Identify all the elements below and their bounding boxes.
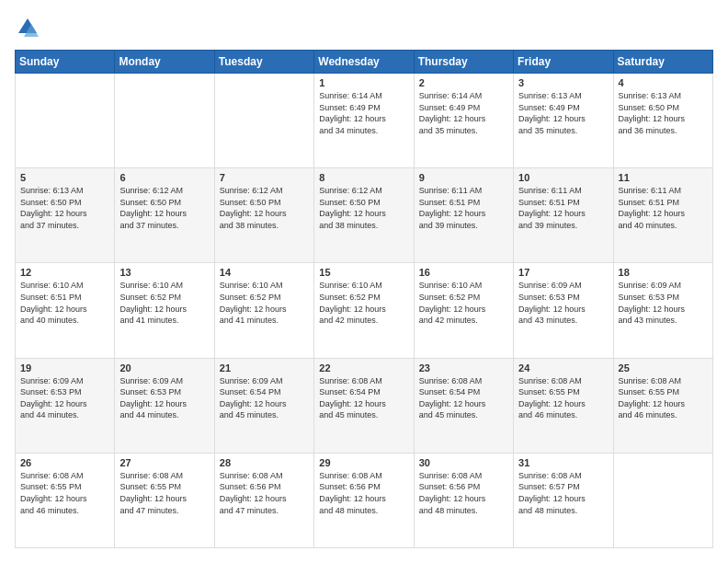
- calendar-cell: 27Sunrise: 6:08 AMSunset: 6:55 PMDayligh…: [115, 453, 214, 547]
- day-info: Sunrise: 6:08 AMSunset: 6:55 PMDaylight:…: [619, 375, 708, 421]
- calendar-cell: 14Sunrise: 6:10 AMSunset: 6:52 PMDayligh…: [214, 263, 313, 358]
- day-number: 1: [319, 77, 408, 88]
- day-number: 30: [419, 457, 508, 468]
- day-header-thursday: Thursday: [414, 51, 513, 74]
- day-info: Sunrise: 6:10 AMSunset: 6:52 PMDaylight:…: [119, 280, 209, 326]
- day-info: Sunrise: 6:13 AMSunset: 6:50 PMDaylight:…: [20, 185, 109, 231]
- calendar-cell: 2Sunrise: 6:14 AMSunset: 6:49 PMDaylight…: [414, 74, 513, 168]
- day-info: Sunrise: 6:08 AMSunset: 6:56 PMDaylight:…: [220, 470, 309, 516]
- day-info: Sunrise: 6:08 AMSunset: 6:54 PMDaylight:…: [319, 375, 408, 421]
- day-number: 28: [220, 457, 309, 468]
- day-info: Sunrise: 6:10 AMSunset: 6:52 PMDaylight:…: [319, 280, 408, 326]
- day-number: 13: [119, 267, 209, 278]
- day-number: 21: [220, 362, 309, 373]
- header: [15, 15, 713, 40]
- day-number: 8: [319, 172, 408, 183]
- day-number: 22: [319, 362, 408, 373]
- day-info: Sunrise: 6:08 AMSunset: 6:55 PMDaylight:…: [518, 375, 608, 421]
- day-number: 16: [419, 267, 508, 278]
- day-info: Sunrise: 6:12 AMSunset: 6:50 PMDaylight:…: [319, 185, 408, 231]
- day-info: Sunrise: 6:08 AMSunset: 6:54 PMDaylight:…: [419, 375, 508, 421]
- day-number: 23: [419, 362, 508, 373]
- calendar-cell: 8Sunrise: 6:12 AMSunset: 6:50 PMDaylight…: [314, 168, 414, 263]
- day-number: 9: [419, 172, 508, 183]
- day-header-saturday: Saturday: [613, 51, 712, 74]
- day-info: Sunrise: 6:09 AMSunset: 6:53 PMDaylight:…: [119, 375, 209, 421]
- calendar-cell: [115, 74, 214, 168]
- calendar-cell: 31Sunrise: 6:08 AMSunset: 6:57 PMDayligh…: [514, 453, 613, 547]
- day-header-tuesday: Tuesday: [214, 51, 313, 74]
- day-header-monday: Monday: [115, 51, 214, 74]
- day-header-friday: Friday: [514, 51, 613, 74]
- logo: [15, 15, 44, 40]
- calendar-cell: 18Sunrise: 6:09 AMSunset: 6:53 PMDayligh…: [613, 263, 712, 358]
- calendar-cell: 28Sunrise: 6:08 AMSunset: 6:56 PMDayligh…: [214, 453, 313, 547]
- day-number: 11: [619, 172, 708, 183]
- calendar-cell: 16Sunrise: 6:10 AMSunset: 6:52 PMDayligh…: [414, 263, 513, 358]
- day-number: 26: [20, 457, 109, 468]
- day-info: Sunrise: 6:10 AMSunset: 6:52 PMDaylight:…: [419, 280, 508, 326]
- day-info: Sunrise: 6:09 AMSunset: 6:53 PMDaylight:…: [619, 280, 708, 326]
- calendar-cell: 9Sunrise: 6:11 AMSunset: 6:51 PMDaylight…: [414, 168, 513, 263]
- day-number: 6: [119, 172, 209, 183]
- logo-icon: [15, 15, 40, 40]
- calendar-cell: [16, 74, 115, 168]
- day-number: 20: [119, 362, 209, 373]
- calendar-cell: 3Sunrise: 6:13 AMSunset: 6:49 PMDaylight…: [514, 74, 613, 168]
- page: SundayMondayTuesdayWednesdayThursdayFrid…: [0, 0, 728, 563]
- calendar-cell: 11Sunrise: 6:11 AMSunset: 6:51 PMDayligh…: [613, 168, 712, 263]
- day-number: 5: [20, 172, 109, 183]
- day-info: Sunrise: 6:09 AMSunset: 6:53 PMDaylight:…: [20, 375, 109, 421]
- day-info: Sunrise: 6:11 AMSunset: 6:51 PMDaylight:…: [518, 185, 608, 231]
- calendar-header-row: SundayMondayTuesdayWednesdayThursdayFrid…: [16, 51, 713, 74]
- day-info: Sunrise: 6:08 AMSunset: 6:56 PMDaylight:…: [319, 470, 408, 516]
- day-number: 3: [518, 77, 608, 88]
- day-number: 25: [619, 362, 708, 373]
- day-number: 29: [319, 457, 408, 468]
- week-row-3: 12Sunrise: 6:10 AMSunset: 6:51 PMDayligh…: [16, 263, 713, 358]
- day-info: Sunrise: 6:12 AMSunset: 6:50 PMDaylight:…: [220, 185, 309, 231]
- calendar-cell: 20Sunrise: 6:09 AMSunset: 6:53 PMDayligh…: [115, 358, 214, 453]
- calendar-cell: 13Sunrise: 6:10 AMSunset: 6:52 PMDayligh…: [115, 263, 214, 358]
- week-row-4: 19Sunrise: 6:09 AMSunset: 6:53 PMDayligh…: [16, 358, 713, 453]
- calendar-cell: [214, 74, 313, 168]
- calendar-cell: 15Sunrise: 6:10 AMSunset: 6:52 PMDayligh…: [314, 263, 414, 358]
- day-info: Sunrise: 6:11 AMSunset: 6:51 PMDaylight:…: [619, 185, 708, 231]
- day-number: 14: [220, 267, 309, 278]
- calendar-cell: 4Sunrise: 6:13 AMSunset: 6:50 PMDaylight…: [613, 74, 712, 168]
- day-number: 24: [518, 362, 608, 373]
- calendar-cell: 23Sunrise: 6:08 AMSunset: 6:54 PMDayligh…: [414, 358, 513, 453]
- day-number: 15: [319, 267, 408, 278]
- day-number: 10: [518, 172, 608, 183]
- calendar-cell: 25Sunrise: 6:08 AMSunset: 6:55 PMDayligh…: [613, 358, 712, 453]
- calendar-table: SundayMondayTuesdayWednesdayThursdayFrid…: [15, 50, 713, 548]
- day-header-sunday: Sunday: [16, 51, 115, 74]
- day-number: 12: [20, 267, 109, 278]
- calendar-cell: 12Sunrise: 6:10 AMSunset: 6:51 PMDayligh…: [16, 263, 115, 358]
- week-row-2: 5Sunrise: 6:13 AMSunset: 6:50 PMDaylight…: [16, 168, 713, 263]
- day-info: Sunrise: 6:08 AMSunset: 6:55 PMDaylight:…: [20, 470, 109, 516]
- day-info: Sunrise: 6:10 AMSunset: 6:51 PMDaylight:…: [20, 280, 109, 326]
- calendar-cell: 26Sunrise: 6:08 AMSunset: 6:55 PMDayligh…: [16, 453, 115, 547]
- day-info: Sunrise: 6:08 AMSunset: 6:57 PMDaylight:…: [518, 470, 608, 516]
- day-number: 2: [419, 77, 508, 88]
- calendar-cell: 5Sunrise: 6:13 AMSunset: 6:50 PMDaylight…: [16, 168, 115, 263]
- day-info: Sunrise: 6:14 AMSunset: 6:49 PMDaylight:…: [319, 90, 408, 136]
- calendar-cell: 30Sunrise: 6:08 AMSunset: 6:56 PMDayligh…: [414, 453, 513, 547]
- day-info: Sunrise: 6:09 AMSunset: 6:54 PMDaylight:…: [220, 375, 309, 421]
- calendar-cell: 22Sunrise: 6:08 AMSunset: 6:54 PMDayligh…: [314, 358, 414, 453]
- day-number: 17: [518, 267, 608, 278]
- day-info: Sunrise: 6:11 AMSunset: 6:51 PMDaylight:…: [419, 185, 508, 231]
- day-number: 4: [619, 77, 708, 88]
- day-number: 7: [220, 172, 309, 183]
- calendar-cell: 24Sunrise: 6:08 AMSunset: 6:55 PMDayligh…: [514, 358, 613, 453]
- day-info: Sunrise: 6:13 AMSunset: 6:50 PMDaylight:…: [619, 90, 708, 136]
- calendar-cell: 10Sunrise: 6:11 AMSunset: 6:51 PMDayligh…: [514, 168, 613, 263]
- week-row-5: 26Sunrise: 6:08 AMSunset: 6:55 PMDayligh…: [16, 453, 713, 547]
- day-info: Sunrise: 6:12 AMSunset: 6:50 PMDaylight:…: [119, 185, 209, 231]
- day-number: 27: [119, 457, 209, 468]
- calendar-cell: 1Sunrise: 6:14 AMSunset: 6:49 PMDaylight…: [314, 74, 414, 168]
- calendar-cell: 6Sunrise: 6:12 AMSunset: 6:50 PMDaylight…: [115, 168, 214, 263]
- day-number: 31: [518, 457, 608, 468]
- week-row-1: 1Sunrise: 6:14 AMSunset: 6:49 PMDaylight…: [16, 74, 713, 168]
